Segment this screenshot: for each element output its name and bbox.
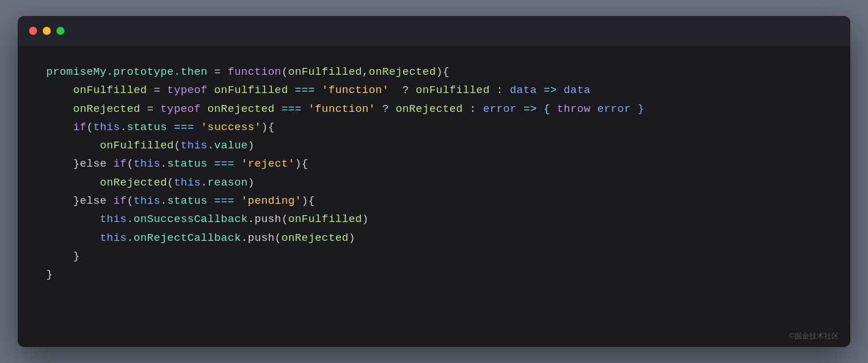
code-line: }else if(this.status === 'pending'){ xyxy=(46,192,822,210)
code-token: .reason xyxy=(201,176,248,189)
code-token: error xyxy=(483,103,517,115)
code-token: onRejected xyxy=(396,103,463,115)
code-line: onFulfilled = typeof onFulfilled === 'fu… xyxy=(46,81,822,99)
code-token: = xyxy=(140,103,160,115)
code-token: = xyxy=(147,84,167,96)
code-line: onFulfilled(this.value) xyxy=(46,136,822,155)
code-token xyxy=(46,232,100,244)
code-token: 'function' xyxy=(322,84,389,96)
code-token: onRejected xyxy=(281,232,348,244)
code-token: onRejected xyxy=(100,176,167,189)
code-line: if(this.status === 'success'){ xyxy=(46,118,822,136)
code-line: onRejected = typeof onRejected === 'func… xyxy=(46,100,822,118)
code-window: promiseMy.prototype.then = function(onFu… xyxy=(18,16,850,347)
code-line: this.onRejectCallback.push(onRejected) xyxy=(46,229,822,247)
code-token: if xyxy=(113,195,127,207)
code-token: ) xyxy=(362,213,369,225)
code-token: .onSuccessCallback xyxy=(127,213,248,225)
code-token: if xyxy=(113,158,127,170)
code-token: ){ xyxy=(295,158,309,170)
close-button[interactable] xyxy=(29,27,37,35)
code-token: .onRejectCallback xyxy=(127,232,241,244)
code-token: ){ xyxy=(261,121,275,134)
code-line: onRejected(this.reason) xyxy=(46,174,822,192)
code-token xyxy=(46,121,73,134)
code-token: promiseMy.prototype.then xyxy=(46,66,208,78)
code-token: this xyxy=(181,139,208,152)
code-line: }else if(this.status === 'reject'){ xyxy=(46,155,822,173)
code-token: , xyxy=(362,66,369,78)
code-line: } xyxy=(46,247,822,265)
code-token: this xyxy=(100,213,127,225)
code-token: this xyxy=(100,232,127,244)
code-token: ( xyxy=(127,158,133,170)
code-token: === xyxy=(275,103,309,115)
code-token: onFulfilled xyxy=(288,66,362,78)
code-token: onRejected xyxy=(369,66,436,78)
code-token: ( xyxy=(281,66,288,78)
code-token: ){ xyxy=(302,195,315,207)
code-token: 'function' xyxy=(309,103,376,115)
code-token: onFulfilled xyxy=(208,84,288,96)
code-token: throw xyxy=(557,103,591,115)
code-token: ) xyxy=(248,139,255,152)
watermark: ©掘金技术社区 xyxy=(789,331,839,341)
code-token: onFulfilled xyxy=(100,139,174,152)
code-token: 'pending' xyxy=(241,195,302,207)
code-token: ) xyxy=(248,176,255,189)
code-token: === xyxy=(208,158,241,170)
code-token: ? xyxy=(375,103,395,115)
code-line: this.onSuccessCallback.push(onFulfilled) xyxy=(46,210,822,228)
code-token: }else xyxy=(46,158,113,170)
code-token: } xyxy=(46,250,80,263)
code-token: .status xyxy=(160,195,207,207)
code-token: ){ xyxy=(436,66,449,78)
code-token: onRejected xyxy=(201,103,275,115)
code-token: typeof xyxy=(160,103,201,115)
code-token: .status xyxy=(160,158,207,170)
code-token: ( xyxy=(127,195,133,207)
code-token: 'reject' xyxy=(241,158,295,170)
code-token: .status xyxy=(120,121,167,134)
code-token: onFulfilled xyxy=(288,213,362,225)
code-token: if xyxy=(73,121,87,134)
code-token: ( xyxy=(167,176,174,189)
code-line: promiseMy.prototype.then = function(onFu… xyxy=(46,63,822,81)
code-token: .value xyxy=(208,139,248,152)
code-token: .push( xyxy=(241,232,282,244)
code-token: => { xyxy=(517,103,557,115)
code-token: data xyxy=(510,84,537,96)
code-token xyxy=(46,139,100,152)
code-token: === xyxy=(288,84,322,96)
code-block: promiseMy.prototype.then = function(onFu… xyxy=(18,46,850,301)
code-token: => xyxy=(537,84,563,96)
code-token: onFulfilled xyxy=(416,84,490,96)
code-token: ( xyxy=(87,121,94,134)
code-token: this xyxy=(174,176,201,189)
code-token: function xyxy=(228,66,281,78)
code-token xyxy=(46,176,100,189)
code-token: : xyxy=(463,103,483,115)
code-token: .push( xyxy=(248,213,288,225)
code-token: = xyxy=(208,66,228,78)
code-token: }else xyxy=(46,195,113,207)
code-line: } xyxy=(46,265,822,284)
code-token: } xyxy=(46,268,53,281)
code-token: this xyxy=(133,158,160,170)
code-token: ( xyxy=(174,139,181,152)
code-token: === xyxy=(208,195,241,207)
code-token: this xyxy=(94,121,120,134)
maximize-button[interactable] xyxy=(56,27,64,35)
code-token: typeof xyxy=(167,84,208,96)
code-token: 'success' xyxy=(201,121,261,134)
code-token: data xyxy=(563,84,590,96)
code-token xyxy=(46,213,100,225)
code-token: : xyxy=(490,84,510,96)
titlebar xyxy=(18,16,850,46)
code-token: onFulfilled xyxy=(46,84,147,96)
code-token: error } xyxy=(590,103,644,115)
code-token: === xyxy=(167,121,201,134)
code-token: this xyxy=(133,195,160,207)
minimize-button[interactable] xyxy=(43,27,51,35)
code-token: onRejected xyxy=(46,103,140,115)
